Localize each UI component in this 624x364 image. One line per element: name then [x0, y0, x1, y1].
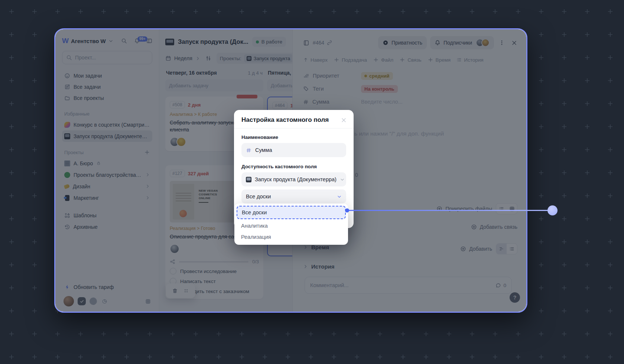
- tutorial-connector-circle[interactable]: [547, 205, 558, 215]
- chevron-down-icon: [340, 177, 345, 182]
- screenshot-root: { "colors": { "frame": "#7c8bf9", "accen…: [0, 0, 624, 364]
- laptop-icon: [246, 177, 251, 182]
- tutorial-connector-dot: [345, 208, 349, 212]
- name-field-label: Наименование: [241, 134, 346, 140]
- dropdown-option-analytics[interactable]: Аналитика: [237, 220, 346, 231]
- modal-title: Настройка кастомного поля: [241, 116, 341, 124]
- board-select-dropdown: Все доски Аналитика Реализация: [234, 204, 348, 245]
- chevron-down-icon: [337, 194, 342, 199]
- hash-icon: [246, 147, 251, 153]
- availability-label: Доступность кастомного поля: [241, 164, 346, 169]
- tutorial-connector-line: [347, 210, 548, 211]
- project-select[interactable]: Запуск продукта (Документерра): [241, 172, 346, 186]
- dropdown-option-realization[interactable]: Реализация: [237, 231, 346, 243]
- close-icon[interactable]: [341, 117, 347, 123]
- field-name-input[interactable]: Сумма: [241, 143, 346, 157]
- dropdown-option-all-boards[interactable]: Все доски: [237, 206, 346, 219]
- field-name-value: Сумма: [255, 147, 272, 153]
- board-select[interactable]: Все доски: [241, 189, 346, 204]
